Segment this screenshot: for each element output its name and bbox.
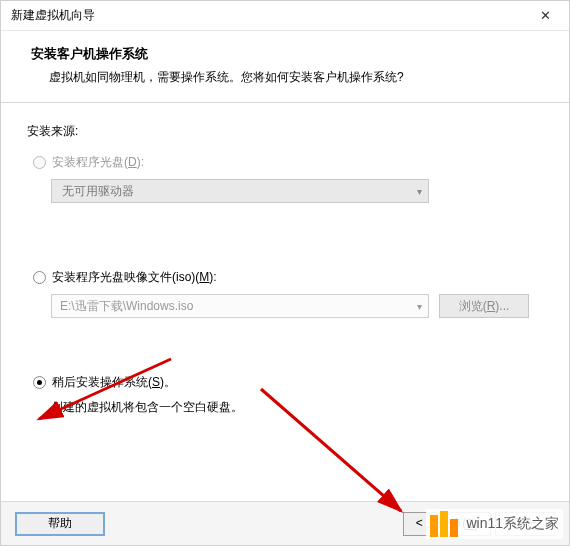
radio-later[interactable]: 稍后安装操作系统(S)。 <box>33 374 543 391</box>
wizard-body: 安装来源: 安装程序光盘(D): 无可用驱动器 ▾ 安装程序光盘映像文件(iso… <box>1 103 569 452</box>
option-disc: 安装程序光盘(D): 无可用驱动器 ▾ <box>27 154 543 203</box>
help-button[interactable]: 帮助 <box>15 512 105 536</box>
window-title: 新建虚拟机向导 <box>11 7 95 24</box>
option-later: 稍后安装操作系统(S)。 创建的虚拟机将包含一个空白硬盘。 <box>27 374 543 416</box>
wizard-dialog: 新建虚拟机向导 ✕ 安装客户机操作系统 虚拟机如同物理机，需要操作系统。您将如何… <box>0 0 570 546</box>
iso-path-value: E:\迅雷下载\Windows.iso <box>60 298 193 315</box>
page-title: 安装客户机操作系统 <box>31 45 545 63</box>
radio-later-label: 稍后安装操作系统(S)。 <box>52 374 176 391</box>
radio-disc[interactable]: 安装程序光盘(D): <box>33 154 543 171</box>
later-hint: 创建的虚拟机将包含一个空白硬盘。 <box>51 399 543 416</box>
watermark-text: win11系统之家 <box>466 515 559 533</box>
radio-icon <box>33 376 46 389</box>
chevron-down-icon: ▾ <box>417 301 422 312</box>
radio-iso-label: 安装程序光盘映像文件(iso)(M): <box>52 269 217 286</box>
chevron-down-icon: ▾ <box>417 186 422 197</box>
install-source-label: 安装来源: <box>27 123 543 140</box>
iso-path-input[interactable]: E:\迅雷下载\Windows.iso ▾ <box>51 294 429 318</box>
radio-icon <box>33 156 46 169</box>
wizard-header: 安装客户机操作系统 虚拟机如同物理机，需要操作系统。您将如何安装客户机操作系统? <box>1 31 569 103</box>
drive-combo[interactable]: 无可用驱动器 ▾ <box>51 179 429 203</box>
drive-combo-text: 无可用驱动器 <box>62 183 134 200</box>
option-iso: 安装程序光盘映像文件(iso)(M): E:\迅雷下载\Windows.iso … <box>27 269 543 318</box>
iso-path-row: E:\迅雷下载\Windows.iso ▾ 浏览(R)... <box>51 294 543 318</box>
radio-icon <box>33 271 46 284</box>
watermark: win11系统之家 <box>426 509 563 539</box>
page-subtitle: 虚拟机如同物理机，需要操作系统。您将如何安装客户机操作系统? <box>31 69 545 86</box>
radio-iso[interactable]: 安装程序光盘映像文件(iso)(M): <box>33 269 543 286</box>
radio-disc-label: 安装程序光盘(D): <box>52 154 144 171</box>
watermark-logo-icon <box>430 511 458 537</box>
close-button[interactable]: ✕ <box>527 4 563 28</box>
browse-button[interactable]: 浏览(R)... <box>439 294 529 318</box>
close-icon: ✕ <box>540 8 551 23</box>
titlebar: 新建虚拟机向导 ✕ <box>1 1 569 31</box>
